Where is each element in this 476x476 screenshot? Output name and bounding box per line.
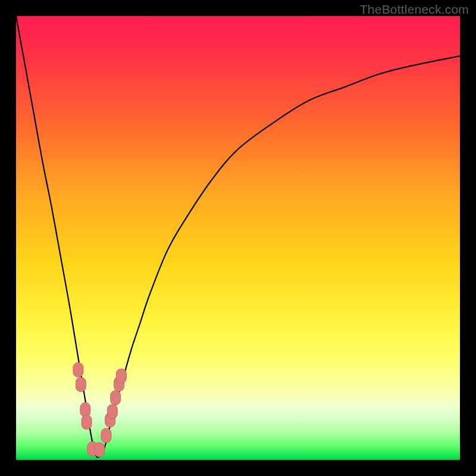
highlight-marker [107,405,117,419]
highlight-marker [73,363,83,377]
plot-area [16,16,460,460]
highlight-marker [76,377,86,392]
highlight-marker [101,428,111,443]
curve-layer [16,16,460,460]
highlight-marker [82,415,92,430]
highlight-marker [80,403,90,417]
highlight-marker [116,369,126,383]
highlight-marker [95,443,105,457]
highlight-marker [111,391,121,405]
watermark-text: TheBottleneck.com [360,2,469,17]
chart-frame: TheBottleneck.com [0,0,476,476]
